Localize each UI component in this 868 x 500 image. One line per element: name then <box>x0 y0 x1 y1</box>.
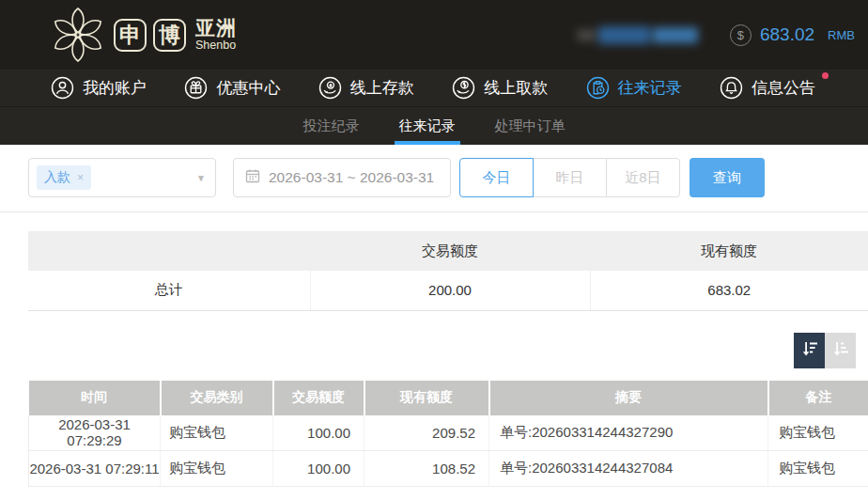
nav-item-deposit[interactable]: 线上存款 <box>318 76 414 100</box>
query-button[interactable]: 查询 <box>690 158 765 197</box>
nav-item-promotions[interactable]: 优惠中心 <box>184 76 280 100</box>
nav-item-transaction-records[interactable]: 往来记录 <box>586 76 682 100</box>
col-header-remark: 备注 <box>768 381 868 415</box>
logo-char-1: 申 <box>114 19 147 52</box>
username-redacted <box>577 26 698 44</box>
summary-header-blank <box>28 231 310 271</box>
cell-time: 2026-03-31 07:29:11 <box>29 451 161 487</box>
cell-time: 2026-03-31 07:29:29 <box>29 415 161 451</box>
sort-ascending-button[interactable] <box>825 333 856 368</box>
tab-pending-orders[interactable]: 处理中订单 <box>493 107 567 145</box>
balance-amount: 683.02 <box>760 24 814 45</box>
col-header-current-balance: 现有额度 <box>364 381 489 415</box>
sort-descending-button[interactable] <box>794 333 825 368</box>
transaction-type-select[interactable]: 入款 × ▼ <box>28 158 216 197</box>
tag-remove-icon[interactable]: × <box>77 171 84 184</box>
tab-label: 处理中订单 <box>495 117 566 133</box>
notification-dot <box>822 72 829 79</box>
summary-header-row: 交易额度 现有额度 <box>28 231 868 271</box>
summary-header-current-balance: 现有额度 <box>590 231 868 271</box>
withdraw-icon <box>452 76 475 100</box>
deposit-icon <box>318 76 342 100</box>
filter-bar: 入款 × ▼ 2026-03-31 ~ 2026-03-31 今日 昨日 近8日… <box>0 145 868 212</box>
sort-descending-icon <box>800 339 819 362</box>
active-tab-underline <box>395 141 460 145</box>
type-tag-deposit[interactable]: 入款 × <box>37 165 91 190</box>
cell-current-balance: 209.52 <box>364 415 489 451</box>
quick-date-button-group: 今日 昨日 近8日 <box>459 158 680 197</box>
summary-total-label: 总计 <box>28 271 310 310</box>
dollar-icon: $ <box>730 24 752 46</box>
wallet-balance[interactable]: $ 683.02 RMB <box>730 24 855 46</box>
sort-toolbar <box>0 333 856 368</box>
cell-remark: 购宝钱包 <box>768 451 868 487</box>
nav-item-withdraw[interactable]: 线上取款 <box>452 76 548 100</box>
nav-item-announcements[interactable]: 信息公告 <box>720 76 815 100</box>
summary-current-balance: 683.02 <box>590 271 868 310</box>
nav-label: 我的账户 <box>83 77 147 99</box>
summary-table: 交易额度 现有额度 总计 200.00 683.02 <box>28 231 868 311</box>
table-row: 2026-03-31 07:29:29 购宝钱包 100.00 209.52 单… <box>29 415 868 451</box>
table-row: 2026-03-31 07:29:11 购宝钱包 100.00 108.52 单… <box>29 451 868 487</box>
logo-region-cn: 亚洲 <box>195 18 237 38</box>
last-8-days-button[interactable]: 近8日 <box>606 158 680 197</box>
sub-nav: 投注纪录 往来记录 处理中订单 <box>0 106 868 145</box>
cell-transaction-type: 购宝钱包 <box>161 415 273 451</box>
type-tag-label: 入款 <box>44 169 70 186</box>
nav-label: 线上存款 <box>350 77 414 99</box>
date-range-input[interactable]: 2026-03-31 ~ 2026-03-31 <box>233 158 451 197</box>
user-icon <box>51 76 74 100</box>
transactions-table: 时间 交易类别 交易额度 现有额度 摘要 备注 2026-03-31 07:29… <box>28 381 868 488</box>
summary-transaction-amount: 200.00 <box>310 271 590 310</box>
tab-transaction-records[interactable]: 往来记录 <box>397 107 457 145</box>
nav-label: 往来记录 <box>618 77 682 99</box>
nav-label: 信息公告 <box>752 77 815 99</box>
records-icon <box>586 76 610 100</box>
logo-char-2: 博 <box>153 19 186 52</box>
today-button[interactable]: 今日 <box>459 158 534 197</box>
tab-bet-records[interactable]: 投注纪录 <box>302 107 362 145</box>
col-header-transaction-type: 交易类别 <box>161 381 273 415</box>
col-header-transaction-amount: 交易额度 <box>273 381 364 415</box>
chevron-down-icon: ▼ <box>196 173 206 183</box>
top-bar: 申 博 亚洲 Shenbo $ 683.02 RMB <box>0 0 868 70</box>
tab-label: 投注纪录 <box>303 117 360 133</box>
summary-total-row: 总计 200.00 683.02 <box>28 271 868 310</box>
cell-transaction-amount: 100.00 <box>273 415 364 451</box>
main-nav: 我的账户 优惠中心 线上存款 线上 <box>0 70 868 106</box>
cell-transaction-amount: 100.00 <box>273 451 364 487</box>
sort-ascending-icon <box>831 339 850 362</box>
col-header-time: 时间 <box>29 381 161 415</box>
yesterday-button[interactable]: 昨日 <box>533 158 607 197</box>
balance-currency: RMB <box>828 28 855 42</box>
flower-logo-icon <box>49 4 107 66</box>
bell-icon <box>720 76 743 100</box>
cell-remark: 购宝钱包 <box>768 415 868 451</box>
cell-transaction-type: 购宝钱包 <box>161 451 273 487</box>
nav-label: 优惠中心 <box>216 77 280 99</box>
logo-region: 亚洲 Shenbo <box>195 18 237 52</box>
cell-summary: 单号:202603314244327084 <box>489 451 768 487</box>
date-range-value: 2026-03-31 ~ 2026-03-31 <box>269 169 434 186</box>
tab-label: 往来记录 <box>399 117 456 133</box>
nav-item-my-account[interactable]: 我的账户 <box>51 76 147 100</box>
nav-label: 线上取款 <box>484 77 548 99</box>
gift-icon <box>184 76 208 100</box>
site-logo[interactable]: 申 博 亚洲 Shenbo <box>49 4 237 66</box>
logo-region-en: Shenbo <box>195 39 237 52</box>
table-header-row: 时间 交易类别 交易额度 现有额度 摘要 备注 <box>29 381 868 415</box>
summary-header-transaction-amount: 交易额度 <box>310 231 590 271</box>
cell-current-balance: 108.52 <box>364 451 489 487</box>
cell-summary: 单号:202603314244327290 <box>489 415 768 451</box>
calendar-icon <box>245 168 260 187</box>
col-header-summary: 摘要 <box>489 381 768 415</box>
